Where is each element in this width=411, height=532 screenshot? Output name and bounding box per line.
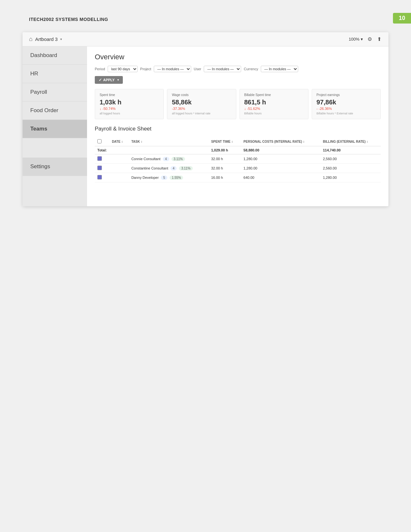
row-1-billing: 2,560.00 xyxy=(320,164,381,173)
col-header-check xyxy=(95,137,109,146)
total-date xyxy=(109,146,129,154)
app-wrapper: ⌂ Artboard 3 ▾ 100% ▾ ⚙ ⬆ Dashboard xyxy=(23,32,388,206)
stat-title-1: Wage costs xyxy=(172,93,231,97)
stat-card-spent-time: Spent time 1,03k h ↓ -50.74% all logged … xyxy=(95,89,164,119)
zoom-value: 100% xyxy=(349,37,359,42)
check-icon: ✓ xyxy=(99,78,102,82)
artboard-dropdown-icon[interactable]: ▾ xyxy=(60,37,62,41)
select-all-checkbox[interactable] xyxy=(97,139,102,143)
main-container: ⌂ Artboard 3 ▾ 100% ▾ ⚙ ⬆ Dashboard xyxy=(23,32,388,206)
sidebar: Dashboard HR Payroll Food Order Teams Se… xyxy=(23,46,87,206)
project-select[interactable]: — In modules — xyxy=(154,66,191,72)
user-label: User xyxy=(194,67,201,71)
row-0-spent-time: 32.00 h xyxy=(209,154,241,164)
row-2-task: Danny Developer 5 1.55% xyxy=(129,173,208,182)
row-1-task: Constantine Consultant 4 3.11% xyxy=(129,164,208,173)
export-icon[interactable]: ⬆ xyxy=(377,35,382,43)
row-2-tag2: 1.55% xyxy=(170,176,183,180)
period-label: Period xyxy=(95,67,105,71)
row-2-check xyxy=(95,173,109,182)
col-header-personal-costs[interactable]: PERSONAL COSTS (INTERNAL RATE) ↕ xyxy=(241,137,320,146)
stat-value-1: 58,86k xyxy=(172,99,231,106)
payroll-table: DATE ↕ TASK ↕ SPENT TIME ↕ PERSONAL COST… xyxy=(95,137,381,182)
page-title: ITECH2002 SYSTEMS MODELLING xyxy=(29,17,108,22)
row-1-checkbox[interactable] xyxy=(97,166,102,170)
page-badge: 10 xyxy=(393,13,411,24)
stat-change-1: -37.36% xyxy=(172,107,231,111)
stat-subtitle-0: all logged hours xyxy=(100,112,159,115)
currency-select[interactable]: — In modules — xyxy=(261,66,298,72)
section-title: Payroll & Invoice Sheet xyxy=(95,126,381,132)
sidebar-item-hr[interactable]: HR xyxy=(23,65,87,83)
row-0-tag1: 4 xyxy=(163,157,169,161)
zoom-control[interactable]: 100% ▾ xyxy=(349,37,363,42)
period-select[interactable]: last 90 days xyxy=(108,66,138,72)
home-icon[interactable]: ⌂ xyxy=(29,36,33,43)
stat-change-0: ↓ -50.74% xyxy=(100,107,159,111)
row-1-tag1: 4 xyxy=(171,166,177,170)
table-total-row: Total: 1,029.00 h 58,880.00 114,740.00 xyxy=(95,146,381,154)
table-row: Danny Developer 5 1.55% 16.00 h 640.00 1… xyxy=(95,173,381,182)
stat-title-3: Project earnings xyxy=(317,93,376,97)
row-0-task: Connie Consultant 4 3.11% xyxy=(129,154,208,164)
row-2-date xyxy=(109,173,129,182)
stats-row: Spent time 1,03k h ↓ -50.74% all logged … xyxy=(95,89,381,119)
overview-title: Overview xyxy=(95,53,381,61)
stat-title-0: Spent time xyxy=(100,93,159,97)
zoom-dropdown-icon[interactable]: ▾ xyxy=(361,37,363,42)
stat-subtitle-2: Billable hours xyxy=(244,112,304,115)
row-0-date xyxy=(109,154,129,164)
apply-button[interactable]: ✓ APPLY ▾ xyxy=(95,76,123,84)
row-2-spent-time: 16.00 h xyxy=(209,173,241,182)
stat-value-0: 1,03k h xyxy=(100,99,159,106)
col-header-task[interactable]: TASK ↕ xyxy=(129,137,208,146)
stat-change-3: - -26.36% xyxy=(317,107,376,111)
gear-icon[interactable]: ⚙ xyxy=(367,35,373,43)
col-header-spent-time[interactable]: SPENT TIME ↕ xyxy=(209,137,241,146)
sidebar-item-settings[interactable]: Settings xyxy=(23,158,87,176)
top-bar-right: 100% ▾ ⚙ ⬆ xyxy=(349,35,382,43)
stat-title-2: Billable Spent time xyxy=(244,93,304,97)
filter-bar: Period last 90 days Project — In modules… xyxy=(95,66,381,72)
sidebar-item-payroll[interactable]: Payroll xyxy=(23,83,87,102)
row-1-tag2: 3.11% xyxy=(179,166,192,170)
row-1-personal-costs: 1,280.00 xyxy=(241,164,320,173)
row-1-date xyxy=(109,164,129,173)
artboard-title: Artboard 3 xyxy=(35,36,58,42)
total-personal-costs: 58,880.00 xyxy=(241,146,320,154)
row-1-spent-time: 32.00 h xyxy=(209,164,241,173)
apply-label: APPLY xyxy=(103,78,115,82)
content-area: Dashboard HR Payroll Food Order Teams Se… xyxy=(23,46,388,206)
sidebar-item-dashboard[interactable]: Dashboard xyxy=(23,46,87,65)
total-task xyxy=(129,146,208,154)
row-2-checkbox[interactable] xyxy=(97,175,102,179)
top-bar: ⌂ Artboard 3 ▾ 100% ▾ ⚙ ⬆ xyxy=(23,32,388,46)
stat-value-2: 861,5 h xyxy=(244,99,304,106)
row-0-check xyxy=(95,154,109,164)
stat-subtitle-1: all logged hours * internal rate xyxy=(172,112,231,115)
total-billing: 114,740.00 xyxy=(320,146,381,154)
top-bar-left: ⌂ Artboard 3 ▾ xyxy=(29,36,62,43)
col-header-date[interactable]: DATE ↕ xyxy=(109,137,129,146)
stat-card-billable-spent: Billable Spent time 861,5 h ↓ -51.62% Bi… xyxy=(240,89,308,119)
main-content: Overview Period last 90 days Project — I… xyxy=(87,46,388,206)
table-row: Constantine Consultant 4 3.11% 32.00 h 1… xyxy=(95,164,381,173)
stat-card-project-earnings: Project earnings 97,86k - -26.36% Billab… xyxy=(312,89,381,119)
row-1-check xyxy=(95,164,109,173)
row-0-checkbox[interactable] xyxy=(97,156,102,161)
stat-subtitle-3: Billable hours * External rate xyxy=(317,112,376,115)
stat-change-2: ↓ -51.62% xyxy=(244,107,304,111)
table-header-row: DATE ↕ TASK ↕ SPENT TIME ↕ PERSONAL COST… xyxy=(95,137,381,146)
sidebar-item-food-order[interactable]: Food Order xyxy=(23,102,87,120)
total-label: Total: xyxy=(95,146,109,154)
sidebar-item-teams[interactable]: Teams xyxy=(23,120,87,138)
row-0-tag2: 3.11% xyxy=(171,157,185,161)
row-2-billing: 1,280.00 xyxy=(320,173,381,182)
user-select[interactable]: — In modules — xyxy=(204,66,241,72)
col-header-billing[interactable]: BILLING (EXTERNAL RATE) ↕ xyxy=(320,137,381,146)
table-row: Connie Consultant 4 3.11% 32.00 h 1,280.… xyxy=(95,154,381,164)
row-0-billing: 2,560.00 xyxy=(320,154,381,164)
row-0-personal-costs: 1,280.00 xyxy=(241,154,320,164)
project-label: Project xyxy=(140,67,151,71)
apply-dropdown-icon[interactable]: ▾ xyxy=(117,78,119,82)
